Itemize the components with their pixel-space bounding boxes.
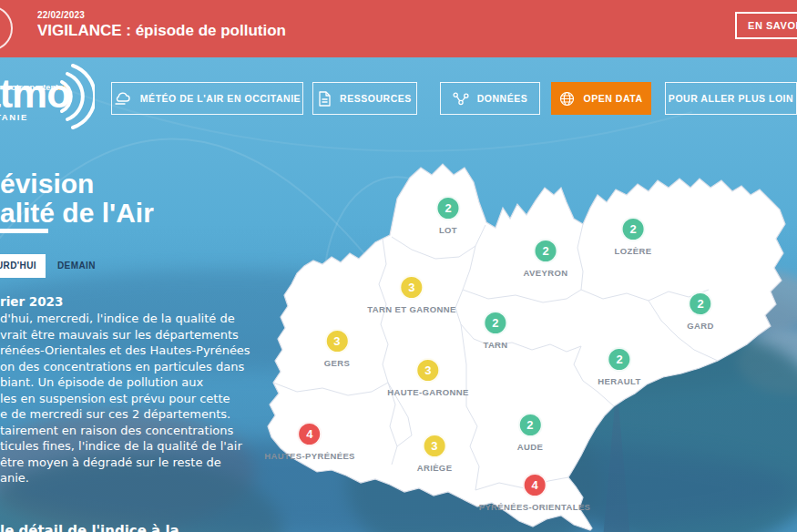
forecast-text-line: rénées-Orientales et des Hautes-Pyrénées <box>0 343 250 359</box>
forecast-title: évision alité de l'Air <box>0 169 154 228</box>
aqi-badge[interactable]: 2 <box>621 217 646 241</box>
department-marker[interactable]: 3ARIÈGE <box>417 434 453 473</box>
aqi-badge[interactable]: 3 <box>324 329 349 353</box>
forecast-text-line: ticules fines, l'indice de la qualité de… <box>0 438 250 455</box>
aqi-badge[interactable]: 2 <box>436 196 461 220</box>
aqi-badge[interactable]: 2 <box>689 292 713 316</box>
globe-icon <box>559 91 575 107</box>
department-marker[interactable]: 2TARN <box>483 311 507 350</box>
forecast-text-line: on des concentrations en particules dans <box>0 359 250 375</box>
nav-meteo-button[interactable]: MÉTÉO DE L'AIR EN OCCITANIE <box>111 82 303 115</box>
alert-date: 22/02/2023 <box>37 10 85 20</box>
department-label: AUDE <box>517 442 543 452</box>
forecast-text-line: tairement en raison des concentrations <box>0 423 250 439</box>
aqi-badge[interactable]: 4 <box>297 422 322 446</box>
department-label: LOT <box>439 225 457 235</box>
department-label: ARIÈGE <box>417 463 453 473</box>
logo-region: OCCITANIE <box>0 112 28 122</box>
forecast-text-line: d'hui, mercredi, l'indice de la qualité … <box>0 311 250 327</box>
department-label: TARN ET GARONNE <box>367 304 455 314</box>
aqi-badge[interactable]: 2 <box>534 239 558 263</box>
department-marker[interactable]: 3HAUTE-GARONNE <box>387 358 468 397</box>
tab-demain[interactable]: DEMAIN <box>57 254 96 278</box>
department-marker[interactable]: 3TARN ET GARONNE <box>367 275 455 314</box>
aqi-badge[interactable]: 3 <box>422 434 446 458</box>
forecast-text-line: biant. Un épisode de pollution aux <box>0 374 250 391</box>
department-marker[interactable]: 2AUDE <box>517 413 543 452</box>
en-savoir-button[interactable]: EN SAVOIR <box>735 12 797 39</box>
aqi-badge[interactable]: 3 <box>399 275 424 300</box>
department-label: LOZÈRE <box>615 246 652 256</box>
aqi-badge[interactable]: 2 <box>517 413 542 437</box>
department-label: TARN <box>483 340 507 350</box>
department-label: PYRÉNÉES-ORIENTALES <box>479 502 591 512</box>
nav-donnees-button[interactable]: DONNÉES <box>440 82 540 115</box>
network-icon <box>453 92 469 106</box>
forecast-date-heading: rier 2023 <box>0 294 63 309</box>
aqi-badge[interactable]: 2 <box>608 347 632 372</box>
nav-ressources-button[interactable]: RESSOURCES <box>312 82 417 115</box>
tab-aujourdhui[interactable]: URD'HUI <box>0 254 46 278</box>
aqi-badge[interactable]: 4 <box>523 473 547 497</box>
forecast-body: d'hui, mercredi, l'indice de la qualité … <box>0 311 250 486</box>
alert-circle-decoration <box>0 5 13 51</box>
nav-open-data-button[interactable]: OPEN DATA <box>551 82 651 115</box>
logo-waves-icon <box>47 62 95 133</box>
department-marker[interactable]: 2HERAULT <box>598 347 640 386</box>
forecast-text-line: les en suspension est prévu pour cette <box>0 391 250 407</box>
forecast-text-line: vrait être mauvais sur les départements <box>0 327 250 343</box>
cloud-icon <box>114 92 132 106</box>
department-label: AVEYRON <box>524 268 568 278</box>
main-nav: votre parten'air atmo OCCITANIE MÉTÉO DE… <box>0 57 797 130</box>
department-label: GERS <box>324 358 350 368</box>
alert-banner: 22/02/2023 VIGILANCE : épisode de pollut… <box>0 0 797 57</box>
department-label: HAUTE-GARONNE <box>387 387 468 397</box>
department-label: HERAULT <box>598 376 640 386</box>
document-icon <box>318 91 332 107</box>
department-marker[interactable]: 2LOT <box>436 196 461 235</box>
aqi-badge[interactable]: 3 <box>415 358 440 383</box>
department-marker[interactable]: 2GARD <box>687 292 714 331</box>
department-marker[interactable]: 3GERS <box>324 329 350 368</box>
forecast-text-line: anie. <box>0 470 250 486</box>
title-underline <box>0 229 48 233</box>
department-label: GARD <box>687 321 714 331</box>
department-marker[interactable]: 4PYRÉNÉES-ORIENTALES <box>479 473 591 512</box>
forecast-footer-heading: le détail de l'indice à la <box>0 523 179 532</box>
nav-pour-aller-plus-loin-button[interactable]: POUR ALLER PLUS LOIN <box>665 82 797 115</box>
alert-title: VIGILANCE : épisode de pollution <box>37 22 286 40</box>
forecast-text-line: être moyen à dégradé sur le reste de <box>0 455 250 471</box>
department-marker[interactable]: 2LOZÈRE <box>615 217 652 256</box>
forecast-text-line: e de mercredi sur ces 2 départements. <box>0 406 250 423</box>
aqi-badge[interactable]: 2 <box>483 311 507 335</box>
department-marker[interactable]: 2AVEYRON <box>524 239 568 278</box>
